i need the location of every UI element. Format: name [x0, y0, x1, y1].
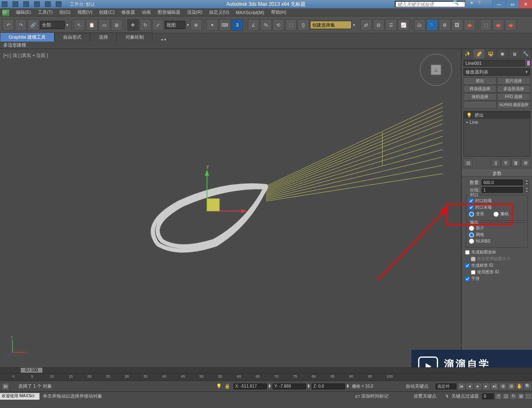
out-patch-radio[interactable] — [469, 226, 474, 231]
material-editor-button[interactable]: 🔵 — [426, 19, 438, 31]
ribbon-tab-graphite[interactable]: Graphite 建模工具 — [0, 32, 54, 42]
lock-icon[interactable]: 💡 — [216, 383, 222, 389]
menu-create[interactable]: 创建(C) — [96, 9, 118, 15]
motion-tab[interactable]: ◉ — [497, 49, 509, 59]
nav-8[interactable]: ⬚ — [525, 393, 532, 400]
out-mesh-radio[interactable] — [469, 232, 474, 238]
gen-matid-check[interactable] — [465, 263, 470, 268]
menu-maxscript[interactable]: MAXScript(M) — [232, 10, 267, 15]
tag-icon[interactable]: 🏷 — [355, 394, 360, 399]
modify-tab[interactable]: 🌈 — [473, 49, 485, 59]
segments-up[interactable]: ▴ — [525, 187, 529, 190]
help-icon[interactable]: ? — [478, 0, 484, 6]
open-icon[interactable] — [12, 1, 18, 7]
selection-filter[interactable]: 全部 — [40, 21, 65, 29]
percent-snap-button[interactable]: % — [260, 19, 272, 31]
lock-icon2[interactable]: 🔒 — [224, 383, 230, 389]
menu-rendering[interactable]: 渲染(R) — [184, 9, 206, 15]
use-center-button[interactable]: ⊕ — [190, 19, 202, 31]
undo-icon[interactable] — [34, 1, 40, 7]
menu-views[interactable]: 视图(V) — [74, 9, 96, 15]
extra-1[interactable]: ⬚ — [480, 19, 492, 31]
nav-7[interactable]: ⊞ — [517, 393, 525, 400]
render-setup-button[interactable]: ⚙ — [439, 19, 451, 31]
object-name-input[interactable] — [463, 60, 525, 66]
ref-coord[interactable]: 视图 — [165, 21, 185, 29]
menu-modifiers[interactable]: 修改器 — [118, 9, 138, 15]
segments-input[interactable]: 1 — [482, 187, 523, 193]
ribbon-collapse[interactable]: ◂ ▾ — [161, 37, 166, 42]
listener-icon[interactable]: ▤ — [2, 383, 9, 390]
time-ruler[interactable]: 0510152025303540455055606570758085909510… — [0, 373, 532, 381]
play-icon-btn[interactable]: ▸ — [474, 383, 482, 390]
ribbon-tab-selection[interactable]: 选择 — [90, 32, 117, 42]
out-nurbs-radio[interactable] — [469, 238, 474, 244]
layers-button[interactable]: ☰ — [385, 19, 397, 31]
named-sets-button[interactable]: {} — [298, 19, 309, 31]
mod-empty[interactable] — [463, 101, 497, 108]
selected-dropdown[interactable]: 选定对 — [436, 383, 456, 389]
object-color-swatch[interactable] — [527, 60, 530, 66]
play-next-icon[interactable]: ▸ — [482, 383, 490, 390]
amount-down[interactable]: ▾ — [525, 182, 529, 185]
mod-ffd-select[interactable]: FFD 选择 — [497, 93, 530, 101]
use-shapeid-check[interactable] — [471, 270, 475, 275]
undo-button[interactable]: ↶ — [2, 19, 14, 31]
smooth-check[interactable] — [465, 277, 470, 281]
mod-spline-select[interactable]: 样条线选择 — [463, 85, 497, 93]
stack-extrude[interactable]: 💡 挤出 — [464, 111, 530, 119]
select-manipulate-button[interactable]: ✦ — [207, 19, 218, 31]
selection-set-input[interactable]: 创建选择集 — [310, 21, 352, 29]
render-frame-button[interactable]: 🖼 — [451, 19, 463, 31]
spinner-snap-button[interactable]: ⟲ — [273, 19, 284, 31]
play-start-icon[interactable]: |◂ — [457, 383, 466, 390]
edged-faces-button[interactable]: ⬚ — [285, 19, 297, 31]
gen-mapping-check[interactable] — [465, 250, 470, 255]
mirror-button[interactable]: ⇄ — [360, 19, 372, 31]
link-icon[interactable] — [56, 1, 62, 7]
viewport-top[interactable]: [+] [ 顶 ] [真实 + 边面 ] 上 — [0, 49, 461, 367]
menu-edit[interactable]: 编辑(E) — [12, 9, 34, 15]
menu-help[interactable]: 帮助(H) — [268, 9, 290, 15]
mod-vol-select[interactable]: 体积选择 — [463, 93, 497, 101]
select-button[interactable]: ↖ — [74, 19, 85, 31]
curve-editor-button[interactable]: 📈 — [398, 19, 409, 31]
new-icon[interactable] — [2, 1, 7, 7]
window-crossing-button[interactable]: ⊞ — [111, 19, 123, 31]
snap-toggle-button[interactable]: 3 — [232, 19, 243, 31]
binoculars-icon[interactable]: 🔍 — [453, 0, 459, 6]
star-icon[interactable]: ★ — [470, 0, 475, 6]
close-button[interactable]: ✕ — [519, 0, 532, 8]
play-end-icon[interactable]: ▸| — [490, 383, 499, 390]
hierarchy-tab[interactable]: 🔱 — [485, 49, 497, 59]
angle-snap-button[interactable]: ∠ — [248, 19, 259, 31]
cap-start-check[interactable] — [469, 199, 473, 203]
menu-tools[interactable]: 工具(T) — [34, 9, 56, 15]
time-slider-thumb[interactable]: 0 / 100 — [21, 368, 42, 373]
keyboard-shortcut-button[interactable]: ⌨ — [219, 19, 231, 31]
coord-x[interactable]: X: -511.817 — [234, 383, 267, 389]
app-menu-icon[interactable]: Ⓜ — [2, 9, 10, 17]
scale-button[interactable]: ⤢ — [152, 19, 164, 31]
mod-patch-select[interactable]: 面片选择 — [497, 77, 530, 85]
frame-input[interactable]: 0 — [482, 393, 494, 399]
utilities-tab[interactable]: 🔧 — [520, 49, 532, 59]
coord-z[interactable]: Z: 0.0 — [312, 383, 345, 389]
ribbon-subtab[interactable]: 多边形建模 — [0, 42, 532, 49]
redo-icon[interactable] — [45, 1, 51, 7]
show-end-result-icon[interactable]: || — [491, 159, 500, 167]
save-icon[interactable] — [23, 1, 29, 7]
coord-y[interactable]: Y: -7.869 — [273, 383, 306, 389]
select-name-button[interactable]: 📋 — [86, 19, 98, 31]
menu-grapheditors[interactable]: 图形编辑器 — [154, 9, 184, 15]
configure-sets-icon[interactable]: ⚙ — [521, 159, 530, 167]
make-unique-icon[interactable]: ∀ — [501, 159, 510, 167]
nav-6[interactable]: ↻ — [510, 393, 517, 400]
nav-4[interactable]: 🔍 — [524, 383, 532, 390]
redo-button[interactable]: ↷ — [15, 19, 27, 31]
lightbulb-icon[interactable]: 💡 — [466, 113, 472, 118]
move-button[interactable]: ✥ — [127, 19, 139, 31]
extra-3[interactable]: 🫖 — [505, 19, 517, 31]
stack-line[interactable]: ▪ Line — [464, 119, 530, 125]
align-button[interactable]: ⊟ — [373, 19, 384, 31]
